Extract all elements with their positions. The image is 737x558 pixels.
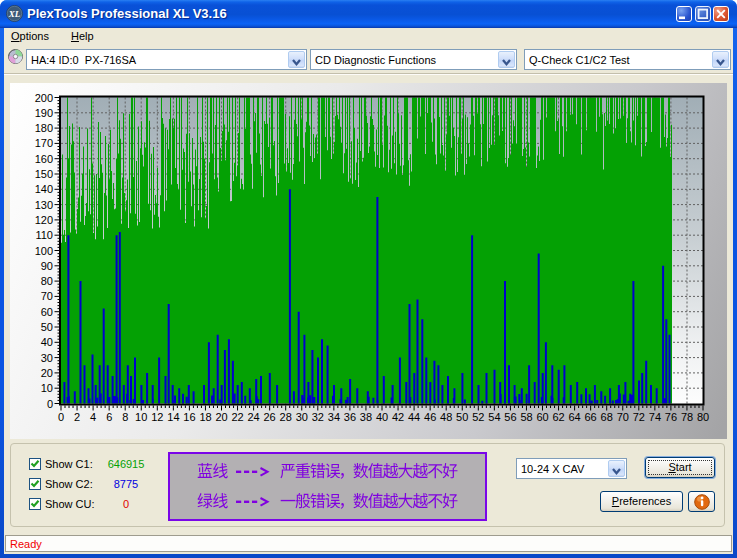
svg-text:40: 40 (41, 336, 53, 348)
svg-text:120: 120 (35, 214, 53, 226)
svg-text:68: 68 (601, 411, 613, 423)
svg-text:190: 190 (35, 107, 53, 119)
svg-text:74: 74 (649, 411, 661, 423)
svg-text:180: 180 (35, 122, 53, 134)
svg-text:XL: XL (8, 9, 21, 19)
svg-text:18: 18 (199, 411, 211, 423)
svg-text:150: 150 (35, 168, 53, 180)
svg-text:56: 56 (504, 411, 516, 423)
svg-text:20: 20 (41, 367, 53, 379)
svg-text:48: 48 (440, 411, 452, 423)
svg-text:70: 70 (41, 290, 53, 302)
svg-text:44: 44 (408, 411, 420, 423)
svg-text:22: 22 (231, 411, 243, 423)
svg-text:10: 10 (135, 411, 147, 423)
svg-text:2: 2 (74, 411, 80, 423)
svg-text:0: 0 (47, 398, 53, 410)
svg-text:50: 50 (456, 411, 468, 423)
svg-text:24: 24 (247, 411, 259, 423)
svg-text:60: 60 (536, 411, 548, 423)
svg-text:30: 30 (41, 352, 53, 364)
svg-text:0: 0 (58, 411, 64, 423)
svg-text:200: 200 (35, 92, 53, 104)
svg-text:36: 36 (344, 411, 356, 423)
svg-text:46: 46 (424, 411, 436, 423)
svg-text:6: 6 (106, 411, 112, 423)
svg-text:40: 40 (376, 411, 388, 423)
svg-text:20: 20 (215, 411, 227, 423)
svg-text:10: 10 (41, 382, 53, 394)
svg-text:14: 14 (167, 411, 179, 423)
svg-text:72: 72 (633, 411, 645, 423)
svg-text:34: 34 (328, 411, 340, 423)
svg-text:60: 60 (41, 306, 53, 318)
svg-text:54: 54 (488, 411, 500, 423)
svg-text:4: 4 (90, 411, 96, 423)
svg-text:28: 28 (280, 411, 292, 423)
svg-text:76: 76 (665, 411, 677, 423)
svg-text:8: 8 (122, 411, 128, 423)
svg-text:64: 64 (568, 411, 580, 423)
svg-text:12: 12 (151, 411, 163, 423)
svg-text:80: 80 (41, 275, 53, 287)
svg-text:130: 130 (35, 199, 53, 211)
svg-text:90: 90 (41, 260, 53, 272)
svg-text:50: 50 (41, 321, 53, 333)
svg-text:170: 170 (35, 137, 53, 149)
svg-text:42: 42 (392, 411, 404, 423)
svg-text:80: 80 (697, 411, 709, 423)
svg-text:66: 66 (584, 411, 596, 423)
svg-text:16: 16 (183, 411, 195, 423)
svg-text:38: 38 (360, 411, 372, 423)
svg-text:140: 140 (35, 183, 53, 195)
svg-text:100: 100 (35, 245, 53, 257)
svg-text:62: 62 (552, 411, 564, 423)
svg-text:58: 58 (520, 411, 532, 423)
svg-text:160: 160 (35, 153, 53, 165)
svg-text:70: 70 (617, 411, 629, 423)
svg-text:110: 110 (35, 229, 53, 241)
svg-text:30: 30 (296, 411, 308, 423)
svg-text:78: 78 (681, 411, 693, 423)
svg-text:26: 26 (263, 411, 275, 423)
svg-text:32: 32 (312, 411, 324, 423)
svg-text:52: 52 (472, 411, 484, 423)
